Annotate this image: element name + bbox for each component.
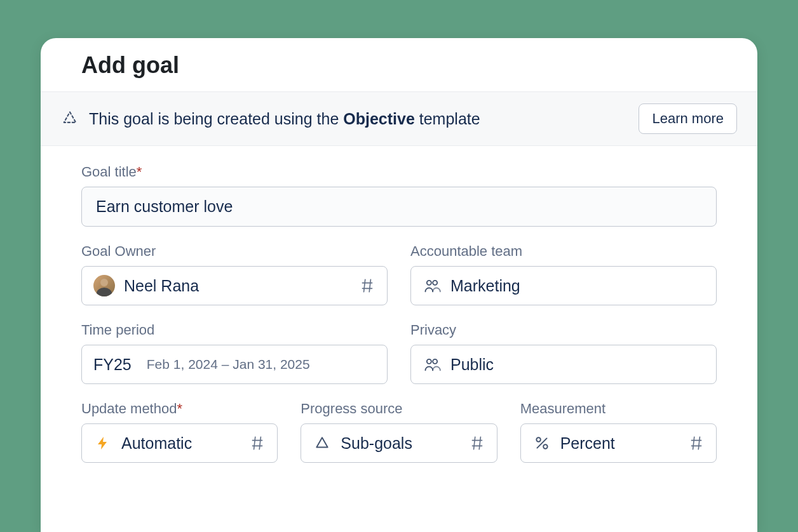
goal-owner-value: Neel Rana	[124, 277, 350, 295]
privacy-value: Public	[450, 356, 705, 374]
time-period-range: Feb 1, 2024 – Jan 31, 2025	[147, 357, 310, 372]
banner-content: This goal is being created using the Obj…	[61, 110, 628, 128]
progress-source-select[interactable]: Sub-goals	[301, 423, 497, 463]
goal-owner-field: Goal Owner Neel Rana	[81, 243, 388, 305]
svg-point-3	[433, 359, 437, 364]
progress-source-label: Progress source	[301, 401, 497, 417]
modal-title: Add goal	[81, 52, 717, 79]
template-icon	[61, 110, 79, 128]
percent-icon	[532, 434, 551, 453]
required-asterisk: *	[137, 164, 142, 180]
people-icon	[423, 276, 442, 295]
update-method-select[interactable]: Automatic	[81, 423, 278, 463]
hash-icon	[469, 435, 485, 451]
svg-point-0	[427, 281, 431, 285]
accountable-team-label: Accountable team	[410, 243, 717, 260]
learn-more-button[interactable]: Learn more	[639, 103, 737, 134]
goal-title-field: Goal title*	[81, 164, 717, 227]
accountable-team-value: Marketing	[450, 277, 705, 295]
svg-point-5	[543, 444, 548, 449]
people-icon	[423, 355, 442, 374]
accountable-team-select[interactable]: Marketing	[410, 266, 717, 305]
modal-header: Add goal	[41, 38, 757, 91]
add-goal-modal: Add goal This goal is being created usin…	[41, 38, 757, 532]
bolt-icon	[93, 434, 112, 453]
update-method-label: Update method*	[81, 401, 278, 417]
time-period-label: Time period	[81, 322, 388, 338]
progress-source-field: Progress source Sub-goals	[301, 401, 497, 463]
time-period-field: Time period FY25 Feb 1, 2024 – Jan 31, 2…	[81, 322, 388, 384]
update-method-value: Automatic	[121, 434, 240, 453]
template-info-banner: This goal is being created using the Obj…	[41, 91, 757, 146]
privacy-field: Privacy Public	[410, 322, 717, 384]
time-period-select[interactable]: FY25 Feb 1, 2024 – Jan 31, 2025	[81, 345, 388, 384]
privacy-label: Privacy	[410, 322, 717, 338]
goal-owner-label: Goal Owner	[81, 243, 388, 260]
svg-line-6	[537, 438, 546, 448]
required-asterisk: *	[177, 401, 182, 416]
update-method-field: Update method* Automatic	[81, 401, 278, 463]
measurement-field: Measurement Percent	[520, 401, 717, 463]
measurement-select[interactable]: Percent	[520, 423, 717, 463]
svg-point-1	[433, 281, 437, 285]
goal-title-label: Goal title*	[81, 164, 717, 180]
measurement-label: Measurement	[520, 401, 717, 417]
privacy-select[interactable]: Public	[410, 345, 717, 384]
banner-text: This goal is being created using the Obj…	[89, 110, 480, 128]
svg-point-2	[427, 359, 431, 364]
goal-title-input[interactable]	[81, 187, 717, 227]
svg-point-4	[536, 437, 541, 442]
hash-icon	[688, 435, 705, 451]
time-period-value: FY25	[93, 356, 132, 374]
progress-source-value: Sub-goals	[341, 434, 459, 453]
avatar	[93, 275, 115, 296]
hash-icon	[249, 435, 266, 451]
hash-icon	[359, 277, 375, 294]
goal-owner-select[interactable]: Neel Rana	[81, 266, 388, 305]
accountable-team-field: Accountable team Marketing	[410, 243, 717, 305]
measurement-value: Percent	[560, 434, 679, 453]
modal-body: Goal title* Goal Owner Neel Rana Account…	[41, 146, 757, 532]
triangle-icon	[313, 434, 332, 453]
